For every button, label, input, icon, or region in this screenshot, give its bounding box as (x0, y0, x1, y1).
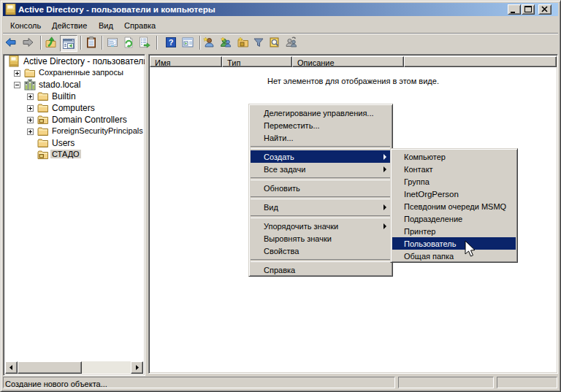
svg-text:?: ? (169, 38, 174, 47)
